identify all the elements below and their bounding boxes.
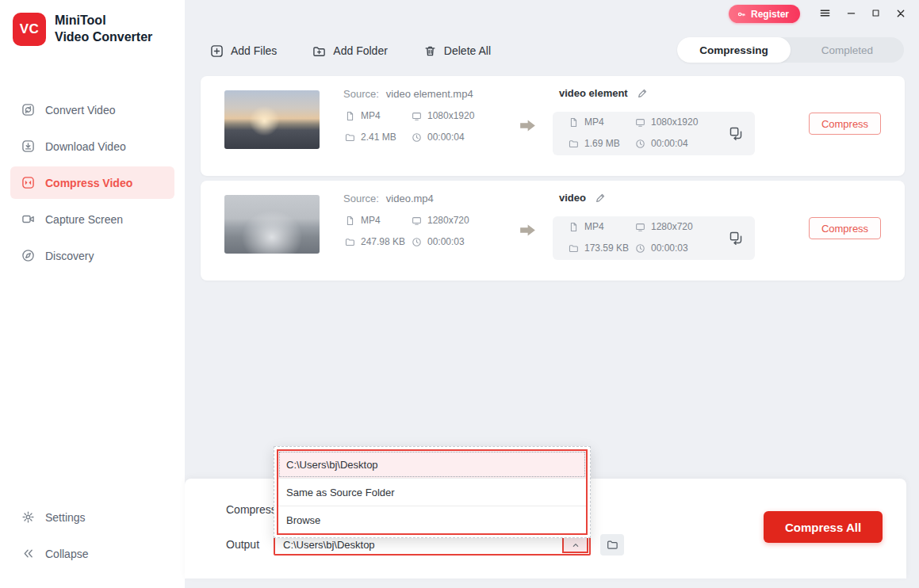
duration-icon (635, 139, 645, 149)
compress-setting-label: Compress (226, 503, 277, 516)
register-key-icon (737, 10, 746, 19)
browse-folder-button[interactable] (600, 534, 624, 556)
sidebar-item-settings[interactable]: Settings (10, 501, 174, 533)
resolution-icon (412, 216, 422, 226)
source-info: MP4 1080x1920 2.41 MB 00:00:04 (345, 110, 474, 143)
output-path-dropdown-list: C:\Users\bj\Desktop Same as Source Folde… (277, 449, 588, 535)
format-icon (569, 222, 579, 232)
video-thumbnail (224, 195, 320, 254)
source-info: MP4 1280x720 247.98 KB 00:00:03 (345, 215, 469, 247)
output-settings-icon[interactable] (729, 126, 743, 140)
duration-icon (635, 243, 645, 254)
settings-icon (21, 510, 35, 524)
register-button[interactable]: Register (729, 5, 800, 23)
tab-completed[interactable]: Completed (791, 37, 904, 63)
size-icon (345, 132, 355, 143)
sidebar-bottom: Settings Collapse (0, 497, 185, 574)
source-line: Source:video element.mp4 (343, 88, 473, 100)
window-controls (819, 7, 906, 19)
toolbar: Add Files Add Folder Delete All (210, 38, 491, 63)
video-thumbnail (224, 90, 320, 149)
sidebar-item-collapse[interactable]: Collapse (10, 537, 174, 570)
delete-all-button[interactable]: Delete All (423, 44, 491, 58)
size-icon (569, 139, 579, 149)
sidebar-item-convert-video[interactable]: Convert Video (10, 94, 174, 126)
duration-icon (412, 132, 422, 143)
format-icon (345, 111, 355, 121)
format-icon (345, 216, 355, 226)
add-files-icon (210, 44, 224, 58)
maximize-icon[interactable] (871, 9, 880, 17)
add-files-button[interactable]: Add Files (210, 44, 277, 58)
capture-screen-icon (21, 212, 35, 226)
file-card: Source:video element.mp4 MP4 1080x1920 2… (201, 76, 905, 176)
delete-all-icon (423, 44, 437, 58)
dropdown-option-same-as-source[interactable]: Same as Source Folder (278, 478, 586, 506)
sidebar-item-capture-screen[interactable]: Capture Screen (10, 203, 174, 235)
transfer-arrow-icon (519, 116, 537, 135)
transfer-arrow-icon (519, 221, 537, 239)
app-name: MiniTool Video Converter (55, 13, 152, 46)
sidebar-item-download-video[interactable]: Download Video (10, 130, 174, 162)
add-folder-icon (312, 44, 326, 58)
duration-icon (412, 237, 422, 247)
minimize-icon[interactable] (846, 8, 856, 18)
tab-compressing[interactable]: Compressing (677, 37, 791, 63)
status-tabs: Compressing Completed (677, 37, 904, 63)
compress-button[interactable]: Compress (809, 113, 881, 135)
compress-video-icon (21, 176, 35, 189)
format-icon (569, 117, 579, 128)
sidebar-nav: Convert Video Download Video Compress Vi… (0, 94, 185, 272)
download-video-icon (21, 139, 35, 153)
collapse-icon (21, 547, 35, 560)
discovery-icon (21, 249, 35, 262)
output-info: MP4 1080x1920 1.69 MB 00:00:04 (569, 116, 698, 149)
output-path-dropdown: C:\Users\bj\Desktop Same as Source Folde… (274, 446, 591, 538)
menu-icon[interactable] (819, 7, 831, 19)
browse-folder-icon (607, 539, 618, 551)
logo-badge: VC (13, 13, 46, 46)
output-name: video (559, 192, 606, 204)
output-select-collapse-button[interactable] (562, 536, 588, 553)
resolution-icon (412, 111, 422, 121)
file-list: Source:video element.mp4 MP4 1080x1920 2… (201, 76, 905, 285)
dropdown-option-desktop[interactable]: C:\Users\bj\Desktop (278, 451, 586, 478)
sidebar-item-discovery[interactable]: Discovery (10, 239, 174, 272)
file-card: Source:video.mp4 MP4 1280x720 247.98 KB … (201, 181, 905, 281)
compress-all-button[interactable]: Compress All (764, 511, 883, 543)
edit-icon[interactable] (595, 193, 606, 204)
source-line: Source:video.mp4 (343, 193, 434, 204)
output-info: MP4 1280x720 173.59 KB 00:00:03 (569, 221, 693, 254)
edit-icon[interactable] (637, 88, 648, 99)
chevron-up-icon (571, 540, 580, 550)
add-folder-button[interactable]: Add Folder (312, 44, 387, 58)
sidebar-item-compress-video[interactable]: Compress Video (10, 166, 174, 199)
compress-button[interactable]: Compress (809, 217, 881, 239)
app-logo: VC MiniTool Video Converter (0, 0, 185, 54)
output-label: Output (226, 538, 259, 551)
output-name: video element (559, 87, 648, 99)
size-icon (569, 243, 579, 254)
close-icon[interactable] (895, 8, 906, 19)
convert-video-icon (21, 103, 35, 116)
sidebar: VC MiniTool Video Converter Convert Vide… (0, 0, 185, 588)
resolution-icon (635, 222, 645, 232)
resolution-icon (635, 117, 645, 128)
dropdown-option-browse[interactable]: Browse (278, 506, 586, 533)
output-settings-icon[interactable] (729, 231, 743, 245)
size-icon (345, 237, 355, 247)
